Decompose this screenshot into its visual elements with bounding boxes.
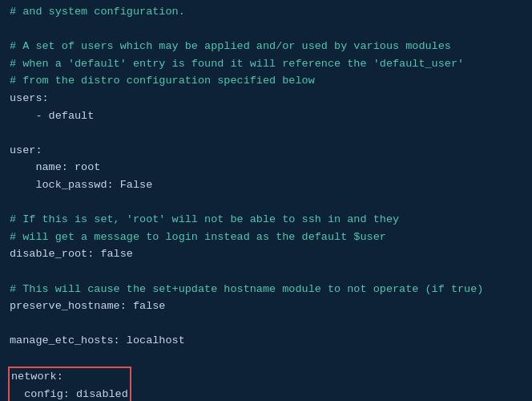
line-15: disable_root: false — [10, 245, 522, 263]
line-19 — [10, 315, 522, 333]
line-11: lock_passwd: False — [10, 176, 522, 194]
line-20: manage_etc_hosts: localhost — [10, 332, 522, 350]
line-2 — [10, 21, 522, 38]
line-18: preserve_hostname: false — [10, 298, 522, 315]
network-config-highlight: network: config: disabled — [8, 367, 131, 401]
line-4: # when a 'default' entry is found it wil… — [10, 55, 522, 73]
line-6: users: — [10, 90, 522, 107]
line-16 — [10, 263, 522, 281]
line-17: # This will cause the set+update hostnam… — [10, 281, 522, 298]
line-8 — [10, 124, 522, 142]
line-10: name: root — [10, 159, 522, 176]
line-7: - default — [10, 107, 522, 125]
line-1: # and system configuration. — [10, 3, 522, 21]
line-5: # from the distro configuration specifie… — [10, 72, 522, 90]
line-23: config: disabled — [11, 386, 128, 401]
line-14: # will get a message to login instead as… — [10, 229, 522, 246]
line-9: user: — [10, 142, 522, 160]
line-13: # If this is set, 'root' will not be abl… — [10, 211, 522, 229]
line-12 — [10, 194, 522, 212]
line-21 — [10, 350, 522, 367]
line-3: # A set of users which may be applied an… — [10, 38, 522, 55]
line-22: network: — [11, 368, 128, 386]
code-editor: # and system configuration. # A set of u… — [0, 0, 532, 401]
